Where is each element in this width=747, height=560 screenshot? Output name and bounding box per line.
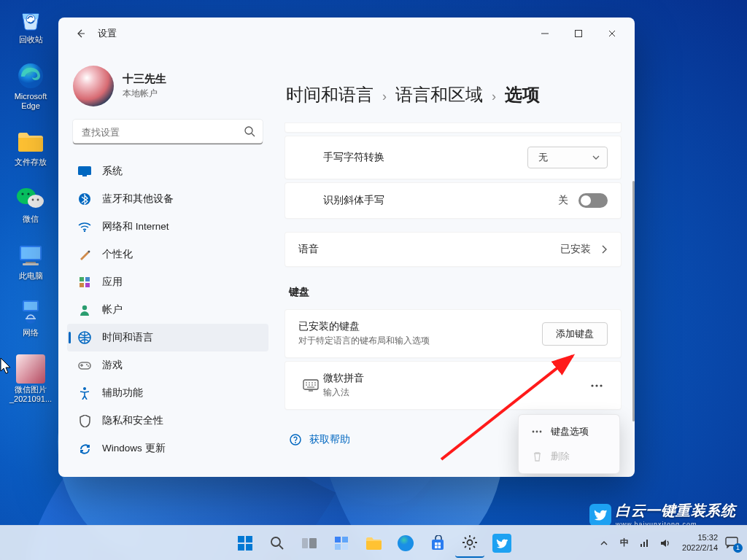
- edge-taskbar[interactable]: [391, 529, 420, 558]
- more-horizontal-icon: [591, 384, 603, 387]
- desktop-icon-column: 回收站 Microsoft Edge 文件存放 微信 此电脑 网络 微信图片_2…: [4, 1, 57, 417]
- chevron-right-icon: [601, 244, 608, 254]
- italic-toggle[interactable]: [578, 193, 608, 208]
- desktop-icon-network[interactable]: 网络: [4, 295, 57, 350]
- desktop-icon-edge[interactable]: Microsoft Edge: [4, 58, 57, 122]
- system-icon: [77, 164, 92, 179]
- nav-system[interactable]: 系统: [67, 158, 268, 185]
- accessibility-icon: [77, 386, 92, 400]
- maximize-button[interactable]: [562, 21, 595, 46]
- nav-bluetooth[interactable]: 蓝牙和其他设备: [67, 185, 268, 213]
- svg-rect-18: [82, 175, 87, 176]
- taskbar-center: [231, 529, 516, 558]
- time-language-icon: [77, 330, 92, 345]
- trash-icon: [530, 451, 543, 462]
- desktop-icon-image-file[interactable]: 微信图片_2021091...: [4, 351, 57, 416]
- nav-network[interactable]: 网络和 Internet: [67, 213, 268, 241]
- breadcrumb: 时间和语言 › 语言和区域 › 选项: [280, 57, 622, 124]
- svg-rect-48: [335, 537, 341, 542]
- tray-clock[interactable]: 15:32 2022/2/14: [682, 533, 718, 553]
- nav-label: 系统: [102, 165, 123, 178]
- svg-point-34: [600, 384, 602, 386]
- search-icon: [244, 125, 255, 140]
- nav-accessibility[interactable]: 辅助功能: [67, 379, 268, 407]
- desktop-icon-label: 此电脑: [19, 271, 43, 281]
- notification-center[interactable]: 1: [722, 529, 741, 558]
- account-name: 十三先生: [123, 72, 166, 86]
- nav-accounts[interactable]: 帐户: [67, 296, 268, 324]
- svg-rect-49: [342, 537, 348, 542]
- svg-point-16: [245, 127, 252, 134]
- desktop-icon-wechat[interactable]: 微信: [4, 181, 57, 236]
- nav-personalization[interactable]: 个性化: [67, 241, 268, 268]
- svg-rect-41: [238, 536, 244, 542]
- settings-taskbar[interactable]: [455, 529, 484, 558]
- svg-point-5: [27, 192, 29, 195]
- toggle-state-label: 关: [558, 194, 568, 207]
- svg-point-4: [21, 192, 23, 195]
- handwriting-convert-dropdown[interactable]: 无: [527, 147, 608, 168]
- desktop-icon-label: 回收站: [19, 35, 43, 44]
- tray-overflow[interactable]: [596, 529, 612, 558]
- window-titlebar: 设置: [58, 18, 635, 50]
- desktop-icon-folder[interactable]: 文件存放: [4, 124, 57, 179]
- row-italic-handwriting[interactable]: 识别斜体手写 关: [285, 182, 622, 219]
- card-fragment: [285, 122, 622, 133]
- nav-label: 网络和 Internet: [102, 220, 169, 233]
- tray-volume-icon[interactable]: [657, 529, 673, 558]
- desktop-icon-this-pc[interactable]: 此电脑: [4, 238, 57, 293]
- breadcrumb-time-language[interactable]: 时间和语言: [286, 83, 374, 106]
- file-explorer[interactable]: [359, 529, 388, 558]
- row-handwriting-convert[interactable]: 手写字符转换 无: [285, 136, 622, 179]
- content-scrollbar[interactable]: [632, 146, 635, 477]
- tray-ime[interactable]: 中: [616, 529, 632, 558]
- chevron-right-icon: ›: [492, 89, 496, 104]
- close-button[interactable]: [595, 21, 629, 46]
- nav-label: 隐私和安全性: [102, 414, 163, 427]
- minimize-button[interactable]: [528, 21, 562, 46]
- account-block[interactable]: 十三先生 本地帐户: [64, 55, 271, 120]
- network-icon: [16, 298, 45, 327]
- card-title: 已安装的键盘: [298, 320, 430, 333]
- chevron-down-icon: [592, 155, 600, 160]
- add-keyboard-button[interactable]: 添加键盘: [542, 322, 608, 346]
- settings-search: [73, 120, 263, 144]
- nav-update[interactable]: Windows 更新: [67, 435, 268, 462]
- system-tray: 中 15:32 2022/2/14 1: [596, 529, 741, 558]
- tray-network-icon[interactable]: [637, 529, 653, 558]
- keyboard-item-pinyin: 微软拼音 输入法: [285, 361, 622, 410]
- nav-gaming[interactable]: 游戏: [67, 351, 268, 379]
- svg-point-6: [32, 199, 34, 201]
- svg-rect-46: [302, 538, 308, 548]
- start-button[interactable]: [231, 529, 260, 558]
- svg-rect-15: [576, 31, 582, 37]
- svg-rect-43: [238, 544, 244, 551]
- task-view[interactable]: [295, 529, 324, 558]
- row-speech[interactable]: 语音 已安装: [285, 232, 622, 267]
- wifi-icon: [77, 219, 92, 234]
- store-taskbar[interactable]: [423, 529, 452, 558]
- widgets[interactable]: [327, 529, 356, 558]
- breadcrumb-language-region[interactable]: 语言和区域: [395, 83, 483, 106]
- nav-apps[interactable]: 应用: [67, 268, 268, 296]
- avatar: [73, 66, 114, 106]
- watermark: 白云一键重装系统 www.baiyunxitong.com: [589, 501, 735, 528]
- svg-rect-22: [85, 277, 90, 281]
- row-label: 识别斜体手写: [323, 194, 384, 207]
- back-button[interactable]: [69, 21, 93, 46]
- nav-label: 个性化: [102, 248, 133, 261]
- dropdown-value: 无: [538, 151, 548, 164]
- ctx-keyboard-options[interactable]: 键盘选项: [523, 419, 615, 444]
- svg-rect-10: [26, 262, 36, 263]
- get-help-label: 获取帮助: [309, 433, 350, 446]
- ctx-delete: 删除: [523, 444, 615, 469]
- taskbar-search[interactable]: [263, 529, 292, 558]
- edge-icon: [16, 61, 45, 90]
- nav-time-language[interactable]: 时间和语言: [67, 324, 268, 351]
- keyboard-more-button[interactable]: [586, 375, 608, 397]
- nav-privacy[interactable]: 隐私和安全性: [67, 407, 268, 435]
- svg-point-37: [533, 431, 535, 433]
- desktop-icon-recycle-bin[interactable]: 回收站: [4, 1, 57, 57]
- search-input[interactable]: [73, 120, 263, 144]
- twitter-app-taskbar[interactable]: [487, 529, 516, 558]
